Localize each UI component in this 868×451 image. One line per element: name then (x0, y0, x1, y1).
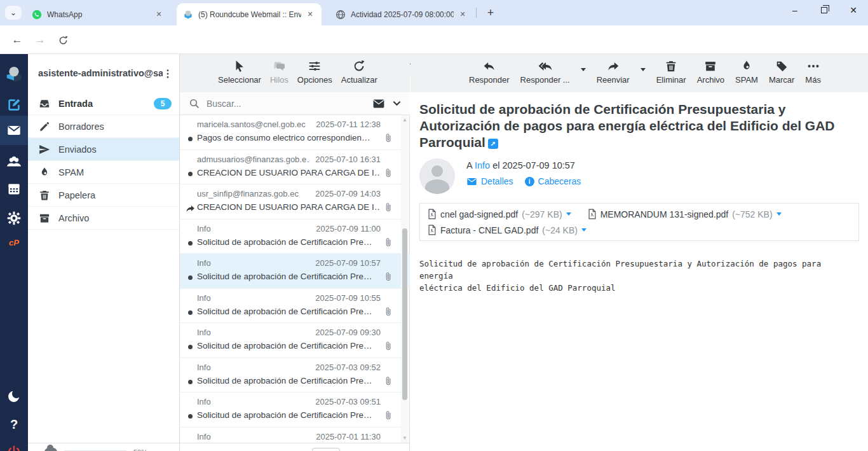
contacts-icon[interactable] (0, 149, 28, 175)
trash-icon (664, 59, 678, 73)
threads-icon (272, 59, 286, 73)
threads-button[interactable]: Hilos (270, 59, 288, 85)
logout-icon[interactable] (0, 439, 28, 451)
search-icon (189, 98, 200, 109)
settings-icon[interactable] (0, 205, 28, 231)
search-bar (180, 92, 410, 115)
calendar-icon[interactable] (0, 176, 28, 202)
headers-link[interactable]: i Cabeceras (525, 176, 581, 186)
restore-button[interactable] (810, 0, 839, 20)
attachment-name: Factura - CNEL GAD.pdf (440, 225, 538, 235)
back-button[interactable]: ← (8, 31, 27, 50)
attachment-icon (383, 168, 393, 178)
mail-icon[interactable] (0, 116, 28, 145)
forwarded-icon (185, 203, 196, 214)
cpanel-icon[interactable]: cP (0, 230, 28, 255)
scroll-thumb[interactable] (402, 228, 407, 400)
details-link[interactable]: Detalles (466, 176, 513, 186)
attachment-dropdown-icon[interactable] (776, 212, 782, 216)
forward-dropdown-icon[interactable] (641, 68, 646, 71)
folder-entrada[interactable]: Entrada 5 (28, 92, 179, 115)
close-icon[interactable]: ✕ (458, 10, 468, 20)
folder-papelera[interactable]: Papelera (28, 184, 179, 207)
forward-button[interactable]: Reenviar (597, 59, 630, 85)
attachment-dropdown-icon[interactable] (566, 212, 571, 216)
email-subject: Solicitud de aprobación de Certificación… (197, 307, 381, 316)
browser-window: ⌄ WhatsApp ✕ (5) Roundcube Webmail :: En… (0, 0, 868, 451)
list-item[interactable]: Info2025-07-09 10:55 Solicitud de aproba… (180, 289, 410, 324)
compose-icon[interactable] (0, 92, 28, 118)
scroll-up-icon[interactable]: ▲ (402, 117, 408, 123)
mark-button[interactable]: Marcar (769, 59, 794, 85)
page-number-input[interactable]: 1 (312, 448, 340, 451)
list-item[interactable]: admusuarios@finanzas.gob.e…2025-07-10 16… (180, 150, 410, 185)
list-item[interactable]: Info2025-07-03 09:52 Solicitud de aproba… (180, 358, 410, 393)
help-icon[interactable]: ? (0, 412, 28, 437)
options-button[interactable]: Opciones (297, 59, 332, 85)
folder-enviados[interactable]: Enviados (28, 138, 179, 161)
reload-icon (58, 35, 69, 46)
close-icon[interactable]: ✕ (154, 10, 164, 20)
account-menu-icon[interactable]: ⋮ (163, 67, 173, 80)
reply-all-dropdown-icon[interactable] (581, 68, 586, 71)
email-subject: Solicitud de aprobación de Certificación… (197, 410, 381, 420)
options-icon (308, 59, 322, 73)
folder-borradores[interactable]: Borradores (28, 115, 179, 138)
search-scope-mail-icon[interactable] (372, 99, 385, 109)
list-scrollbar[interactable]: ▲ ▼ (401, 115, 409, 443)
email-sender: Info (197, 258, 211, 268)
tab-whatsapp[interactable]: WhatsApp ✕ (25, 3, 170, 25)
attachment-item[interactable]: Factura - CNEL GAD.pdf (~24 KB) (428, 225, 587, 235)
minimize-button[interactable]: – (780, 0, 810, 20)
list-item[interactable]: Info2025-07-01 11:30 (180, 427, 410, 443)
tab-divider (476, 8, 477, 18)
forward-button[interactable]: → (31, 31, 50, 50)
list-item[interactable]: Info2025-07-09 11:00 Solicitud de aproba… (180, 219, 410, 254)
pdf-file-icon (588, 209, 597, 219)
tab-roundcube-active[interactable]: (5) Roundcube Webmail :: Envia ✕ (177, 3, 322, 25)
list-item[interactable]: usr_sinfip@finanzas.gob.ec2025-07-09 14:… (180, 184, 410, 219)
more-button[interactable]: Más (805, 59, 821, 85)
attachment-dropdown-icon[interactable] (581, 228, 587, 232)
tab-actividad[interactable]: Actividad 2025-07-09 08:00:00 ✕ (329, 3, 474, 25)
list-item-selected[interactable]: Info2025-07-09 10:57 Solicitud de aproba… (180, 254, 410, 289)
message-date: el 2025-07-09 10:57 (492, 160, 575, 170)
attachment-item[interactable]: cnel gad-signed.pdf (~297 KB) (428, 209, 571, 219)
recipient-link[interactable]: Info (475, 160, 490, 170)
email-date: 2025-07-03 09:52 (315, 363, 381, 372)
archive-button[interactable]: Archivo (697, 59, 724, 85)
new-tab-button[interactable]: + (483, 5, 498, 20)
close-icon[interactable]: ✕ (305, 10, 315, 20)
message-panel: Responder Responder ... Reenviar Elimina… (410, 54, 868, 451)
search-options-chevron-icon[interactable] (393, 101, 401, 106)
archive-icon (703, 59, 717, 73)
attachment-name: MEMORANDUM 131-signed.pdf (600, 209, 729, 219)
email-subject: Solicitud de aprobación de Certificación… (197, 376, 381, 385)
search-input[interactable] (207, 99, 372, 109)
list-item[interactable]: maricela.santos@cnel.gob.ec2025-07-11 12… (180, 115, 410, 150)
attachment-item[interactable]: MEMORANDUM 131-signed.pdf (~752 KB) (588, 209, 782, 219)
email-subject: CREACION DE USUARIO PARA CARGA DE I… (197, 202, 381, 212)
email-sender: Info (197, 397, 211, 406)
open-in-new-window-icon[interactable]: ➚ (488, 139, 498, 149)
folder-archivo[interactable]: Archivo (28, 207, 179, 230)
spam-button[interactable]: SPAM (735, 59, 758, 85)
refresh-button[interactable]: Actualizar (341, 59, 377, 85)
delete-button[interactable]: Eliminar (656, 59, 686, 85)
reply-all-button[interactable]: Responder ... (520, 59, 570, 85)
tab-search-button[interactable]: ⌄ (5, 6, 22, 20)
list-item[interactable]: Info2025-07-09 09:30 Solicitud de aproba… (180, 323, 410, 358)
quota-indicator: 50% (28, 443, 179, 451)
list-item[interactable]: Info2025-07-03 09:51 Solicitud de aproba… (180, 392, 410, 427)
reload-button[interactable] (53, 31, 72, 50)
attachment-icon (383, 202, 393, 212)
unread-dot (188, 275, 193, 280)
reply-icon (482, 59, 497, 73)
scroll-down-icon[interactable]: ▼ (402, 435, 408, 441)
close-window-button[interactable]: ✕ (839, 0, 868, 20)
select-button[interactable]: Seleccionar (218, 59, 261, 85)
folder-spam[interactable]: SPAM (28, 161, 179, 184)
account-header[interactable]: asistente-administrativo@sa... ⋮ (28, 54, 179, 92)
dark-mode-icon[interactable] (0, 384, 28, 409)
reply-button[interactable]: Responder (469, 59, 510, 85)
